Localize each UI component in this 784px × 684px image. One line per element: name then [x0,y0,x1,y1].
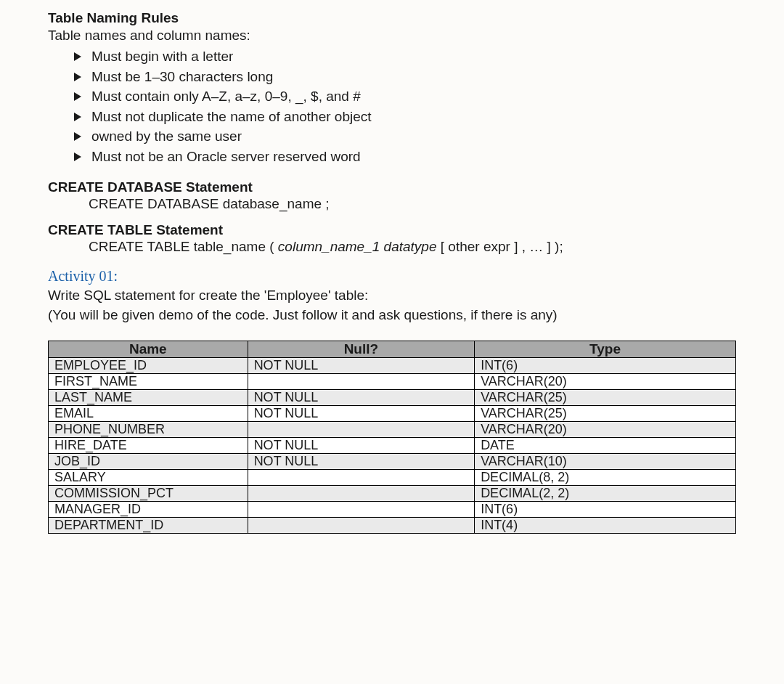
list-item-text: Must begin with a letter [91,46,233,67]
activity-line2: (You will be given demo of the code. Jus… [48,307,558,322]
list-item: Must contain only A–Z, a–z, 0–9, _, $, a… [74,86,736,107]
activity-line1: Write SQL statement for create the 'Empl… [48,288,368,303]
cell-null [248,470,475,486]
cell-name: FIRST_NAME [49,374,248,390]
cell-type: VARCHAR(25) [475,406,736,422]
cell-null [248,422,475,438]
header-null: Null? [248,341,475,358]
cell-name: PHONE_NUMBER [49,422,248,438]
table-row: LAST_NAMENOT NULLVARCHAR(25) [49,390,736,406]
table-row: HIRE_DATENOT NULLDATE [49,438,736,454]
cell-name: EMAIL [49,406,248,422]
list-item: Must not duplicate the name of another o… [74,107,736,127]
create-database-title: CREATE DATABASE Statement [48,179,736,195]
cell-name: COMMISSION_PCT [49,486,248,502]
table-row: PHONE_NUMBERVARCHAR(20) [49,422,736,438]
create-table-block: CREATE TABLE Statement CREATE TABLE tabl… [48,222,736,255]
activity-text: Write SQL statement for create the 'Empl… [48,286,736,325]
create-table-body: CREATE TABLE table_name ( column_name_1 … [89,239,736,255]
table-row: COMMISSION_PCTDECIMAL(2, 2) [49,486,736,502]
table-row: FIRST_NAMEVARCHAR(20) [49,374,736,390]
employee-table: Name Null? Type EMPLOYEE_IDNOT NULLINT(6… [48,341,736,534]
cell-type: VARCHAR(20) [475,374,736,390]
bullet-icon [74,132,81,141]
cell-name: JOB_ID [49,454,248,470]
create-database-body: CREATE DATABASE database_name ; [89,196,736,212]
header-type: Type [475,341,736,358]
table-row: DEPARTMENT_IDINT(4) [49,518,736,534]
list-item: Must be 1–30 characters long [74,67,736,87]
cell-type: DECIMAL(2, 2) [475,486,736,502]
list-item-text: Must not be an Oracle server reserved wo… [91,147,361,167]
cell-null: NOT NULL [248,406,475,422]
cell-null: NOT NULL [248,438,475,454]
activity-title: Activity 01: [48,268,736,285]
rules-title: Table Naming Rules [48,10,736,26]
header-name: Name [49,341,248,358]
cell-null [248,502,475,518]
create-table-prefix: CREATE TABLE table_name ( [89,239,278,254]
bullet-icon [74,92,81,101]
bullet-icon [74,113,81,121]
list-item: Must begin with a letter [74,46,736,67]
cell-name: DEPARTMENT_ID [49,518,248,534]
table-row: EMPLOYEE_IDNOT NULLINT(6) [49,358,736,374]
cell-name: SALARY [49,470,248,486]
table-row: MANAGER_IDINT(6) [49,502,736,518]
table-header-row: Name Null? Type [49,341,736,358]
list-item-text: owned by the same user [91,126,242,147]
rules-list: Must begin with a letter Must be 1–30 ch… [74,46,736,166]
table-row: EMAILNOT NULLVARCHAR(25) [49,406,736,422]
cell-type: VARCHAR(20) [475,422,736,438]
bullet-icon [74,73,81,81]
create-table-italic: column_name_1 datatype [278,239,437,254]
cell-type: VARCHAR(25) [475,390,736,406]
cell-null [248,486,475,502]
cell-null: NOT NULL [248,454,475,470]
cell-type: INT(6) [475,502,736,518]
cell-type: INT(4) [475,518,736,534]
cell-name: LAST_NAME [49,390,248,406]
list-item-text: Must be 1–30 characters long [91,67,273,87]
create-table-suffix: [ other expr ] , … ] ); [437,239,563,254]
list-item-text: Must not duplicate the name of another o… [91,107,372,127]
cell-null [248,518,475,534]
table-row: SALARYDECIMAL(8, 2) [49,470,736,486]
cell-name: HIRE_DATE [49,438,248,454]
cell-null: NOT NULL [248,390,475,406]
cell-name: MANAGER_ID [49,502,248,518]
cell-type: INT(6) [475,358,736,374]
cell-type: VARCHAR(10) [475,454,736,470]
cell-type: DECIMAL(8, 2) [475,470,736,486]
rules-intro: Table names and column names: [48,28,736,44]
cell-name: EMPLOYEE_ID [49,358,248,374]
list-item: owned by the same user [74,126,736,147]
table-row: JOB_IDNOT NULLVARCHAR(10) [49,454,736,470]
cell-null [248,374,475,390]
list-item-text: Must contain only A–Z, a–z, 0–9, _, $, a… [91,86,361,107]
list-item: Must not be an Oracle server reserved wo… [74,147,736,167]
cell-type: DATE [475,438,736,454]
create-table-title: CREATE TABLE Statement [48,222,736,238]
cell-null: NOT NULL [248,358,475,374]
bullet-icon [74,52,81,61]
create-database-block: CREATE DATABASE Statement CREATE DATABAS… [48,179,736,212]
bullet-icon [74,152,81,161]
